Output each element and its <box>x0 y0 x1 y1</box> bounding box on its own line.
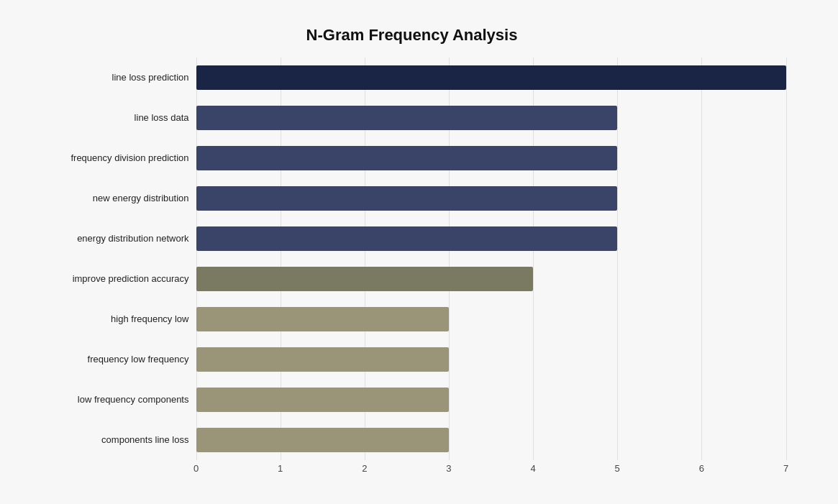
x-tick: 3 <box>446 463 451 474</box>
bar-row <box>196 423 786 457</box>
bar <box>196 65 786 90</box>
x-tick: 2 <box>362 463 367 474</box>
y-label: energy distribution network <box>38 232 189 246</box>
y-label: improve prediction accuracy <box>38 272 189 286</box>
bar <box>196 347 449 372</box>
x-tick: 5 <box>615 463 620 474</box>
y-label: low frequency components <box>38 393 189 407</box>
y-label: components line loss <box>38 433 189 447</box>
y-label: frequency division prediction <box>38 151 189 165</box>
chart-area: line loss predictionline loss datafreque… <box>38 58 786 460</box>
bar-row <box>196 383 786 416</box>
x-tick: 4 <box>530 463 535 474</box>
bar-row <box>196 343 786 376</box>
bar-row <box>196 101 786 134</box>
bar-row <box>196 303 786 336</box>
x-tick: 0 <box>193 463 199 474</box>
x-tick: 1 <box>278 463 283 474</box>
chart-title: N-Gram Frequency Analysis <box>38 26 786 45</box>
y-labels: line loss predictionline loss datafreque… <box>38 58 196 460</box>
bar <box>196 307 449 331</box>
y-label: new energy distribution <box>38 191 189 206</box>
bar <box>196 388 449 412</box>
bar <box>196 226 618 251</box>
bar <box>196 267 534 291</box>
x-tick: 6 <box>699 463 704 474</box>
y-label: line loss data <box>38 111 189 125</box>
grid-line <box>786 58 787 460</box>
y-label: frequency low frequency <box>38 352 189 367</box>
chart-container: N-Gram Frequency Analysis line loss pred… <box>24 12 815 493</box>
bar-row <box>196 222 786 255</box>
bars-and-grid <box>196 58 786 460</box>
bar <box>196 428 449 452</box>
y-label: line loss prediction <box>38 70 189 85</box>
bar-row <box>196 262 786 295</box>
bar-row <box>196 61 786 94</box>
bar <box>196 106 618 130</box>
bar <box>196 186 618 211</box>
bar-row <box>196 142 786 175</box>
y-label: high frequency low <box>38 312 189 326</box>
x-tick: 7 <box>783 463 788 474</box>
bar <box>196 146 618 170</box>
bar-row <box>196 182 786 215</box>
